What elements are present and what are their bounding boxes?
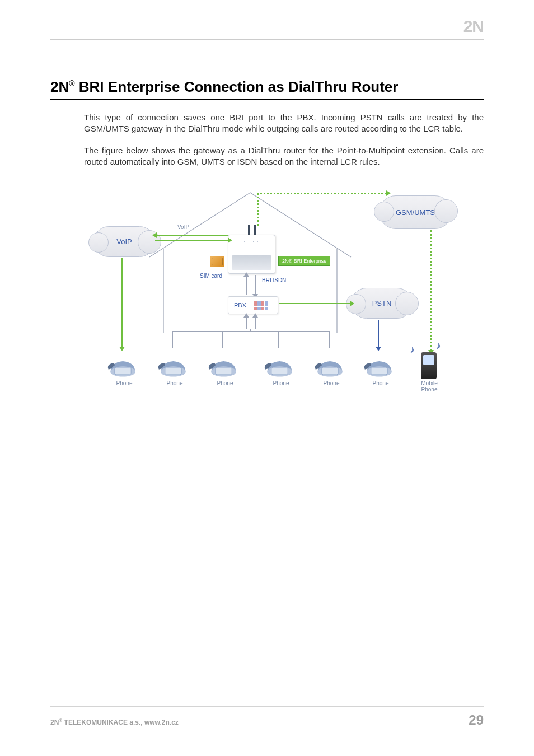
footer-company: 2N® TELEKOMUNIKACE a.s., www.2n.cz (50, 718, 179, 726)
sim-label: SIM card (200, 273, 222, 279)
title-brand: 2N (50, 78, 69, 95)
gsm-uplink-vertical (257, 193, 259, 226)
gsm-uplink-horizontal (257, 193, 386, 194)
title-registered: ® (69, 79, 74, 88)
gateway-device: : : : : (228, 235, 275, 274)
paragraph-2: The figure below shows the gateway as a … (84, 145, 484, 168)
gateway-badge: 2N® BRI Enterprise (278, 256, 330, 266)
gsm-mobile-link (430, 230, 432, 351)
phone-pbx-3 (264, 349, 295, 380)
phone-pbx-4-label: Phone (315, 380, 348, 386)
phone-pbx-1 (158, 349, 189, 380)
phone-pbx-3-label: Phone (264, 380, 298, 386)
footer-brand: 2N (50, 718, 59, 726)
page-title: 2N® BRI Enterprise Connection as DialThr… (50, 78, 484, 100)
page-footer: 2N® TELEKOMUNIKACE a.s., www.2n.cz 29 (50, 706, 484, 728)
gw-pbx-line-2 (255, 275, 256, 295)
phone-drop-1 (172, 331, 173, 348)
antenna-icon (247, 225, 257, 235)
music-note-2: ♪ (436, 340, 441, 352)
cloud-pstn: PSTN (351, 288, 413, 319)
sim-card-icon (210, 256, 224, 267)
phone-pbx-1-label: Phone (158, 380, 191, 386)
phone-voip-label: Phone (107, 380, 141, 386)
voip-arrow-left (152, 232, 157, 238)
bri-isdn-label: BRI ISDN (259, 277, 286, 284)
gateway-screen (232, 255, 271, 270)
voip-phone-link (121, 258, 123, 348)
mobile-phone-icon (421, 352, 437, 379)
voip-arrow-right (228, 237, 232, 243)
pstn-link-arrow (350, 301, 354, 306)
pbx-label: PBX (234, 302, 246, 309)
phone-drop-4 (329, 331, 330, 348)
header-rule (50, 39, 484, 40)
voip-link-bottom (155, 240, 228, 241)
gateway-leds: : : : : (244, 239, 260, 242)
brand-logo: 2N (463, 17, 484, 36)
pbx-up-arrow-2 (252, 313, 258, 318)
diagram: VoIP GSM/UMTS PSTN : : : : 2N® BRI Enter… (88, 184, 446, 419)
phone-pstn (364, 349, 395, 380)
phone-drop-2 (222, 331, 223, 348)
cloud-gsm-umts: GSM/UMTS (379, 195, 452, 229)
voip-link-label: VoIP (177, 224, 189, 230)
pbx-ports-icon (254, 301, 268, 310)
phone-pbx-2 (208, 349, 239, 380)
phone-pbx-2-label: Phone (208, 380, 242, 386)
music-note-1: ♪ (410, 344, 415, 356)
gsm-uplink-arrow (386, 190, 391, 196)
voip-link-top (155, 235, 228, 236)
pbx-device: PBX (228, 296, 278, 314)
pbx-up-arrow (243, 313, 249, 318)
footer-company-rest: TELEKOMUNIKACE a.s., www.2n.cz (62, 718, 179, 726)
phone-voip (107, 349, 138, 380)
paragraph-1: This type of connection saves one BRI po… (84, 112, 484, 135)
cloud-voip: VoIP (93, 226, 155, 257)
gw-pbx-arrow-up (243, 272, 249, 277)
phone-pstn-label: Phone (364, 380, 397, 386)
page-number: 29 (469, 712, 484, 728)
phone-drop-3 (278, 331, 279, 348)
pstn-phone-link (378, 320, 379, 347)
gw-pbx-line-1 (246, 275, 247, 295)
title-rest: BRI Enterprise Connection as DialThru Ro… (75, 78, 399, 95)
phone-pbx-4 (315, 349, 345, 380)
phone-bus (172, 331, 329, 332)
pstn-link (279, 303, 351, 304)
mobile-phone-label: Mobile Phone (413, 380, 446, 393)
phone-bus-join (250, 329, 251, 331)
